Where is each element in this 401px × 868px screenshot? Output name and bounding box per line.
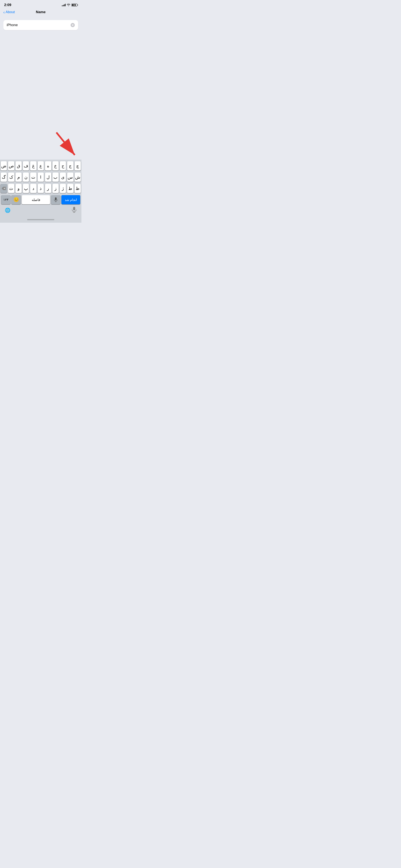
key-thal[interactable]: ذ: [38, 184, 44, 193]
key-hah[interactable]: ح: [60, 161, 66, 170]
nav-bar: ‹ About Name: [0, 8, 82, 17]
clear-button[interactable]: [70, 23, 75, 27]
key-qaf[interactable]: ق: [16, 161, 22, 170]
key-ba[interactable]: ب: [53, 173, 59, 182]
key-ha[interactable]: ه: [45, 161, 51, 170]
numbers-key[interactable]: ۱۲۳: [1, 195, 10, 204]
status-bar: 2:09 82: [0, 0, 82, 8]
svg-line-1: [56, 132, 75, 155]
keyboard-row-1: ض ص ق ف غ ع ه خ ح ج چ: [1, 161, 81, 170]
key-kha[interactable]: خ: [53, 161, 59, 170]
back-button[interactable]: ‹ About: [3, 10, 15, 14]
key-sheen[interactable]: ش: [74, 173, 81, 182]
key-ghain[interactable]: غ: [30, 161, 36, 170]
battery-icon: 82: [71, 4, 77, 6]
key-lam[interactable]: ل: [45, 173, 51, 182]
done-key[interactable]: انجام شد: [61, 195, 80, 204]
emoji-key[interactable]: 😊: [11, 195, 21, 204]
key-teh[interactable]: ت: [30, 173, 36, 182]
keyboard-bottom-row: ۱۲۳ 😊 فاصله انجام شد: [1, 195, 81, 204]
keyboard-row-3: ث و پ د ذ ر ز ژ ط ظ: [1, 184, 81, 193]
key-jeem[interactable]: ج: [67, 161, 73, 170]
mic-key[interactable]: [51, 195, 60, 204]
key-fa[interactable]: ف: [23, 161, 29, 170]
svg-rect-7: [73, 207, 75, 210]
key-peh[interactable]: پ: [23, 184, 29, 193]
red-arrow-icon: [44, 130, 82, 160]
key-ra[interactable]: ر: [45, 184, 51, 193]
key-ain[interactable]: ع: [38, 161, 44, 170]
arrow-overlay: [0, 130, 82, 160]
key-jeh[interactable]: ژ: [60, 184, 66, 193]
key-waw[interactable]: و: [16, 184, 22, 193]
keyboard-row-2: گ ک م ن ت ا ل ب ی س ش: [1, 173, 81, 182]
key-kaf[interactable]: ک: [8, 173, 14, 182]
key-noon[interactable]: ن: [23, 173, 29, 182]
key-cheh[interactable]: چ: [74, 161, 81, 170]
name-field-container: [3, 20, 78, 30]
keyboard-globe-row: 🌐: [1, 206, 81, 216]
chevron-left-icon: ‹: [3, 10, 5, 14]
key-alef[interactable]: ا: [38, 173, 44, 182]
empty-space: [0, 30, 82, 130]
page-title: Name: [36, 10, 45, 14]
key-zah[interactable]: ظ: [74, 184, 81, 193]
svg-rect-4: [55, 197, 57, 200]
content-area: [0, 17, 82, 30]
globe-key[interactable]: 🌐: [5, 208, 10, 213]
key-seen[interactable]: س: [67, 173, 73, 182]
space-key[interactable]: فاصله: [22, 195, 50, 204]
name-input[interactable]: [7, 23, 70, 27]
home-bar: [27, 219, 54, 220]
key-dh[interactable]: ض: [1, 161, 7, 170]
signal-bars-icon: [62, 4, 66, 6]
key-dal[interactable]: د: [30, 184, 36, 193]
back-label: About: [6, 10, 15, 14]
key-gaf[interactable]: گ: [1, 173, 7, 182]
status-time: 2:09: [4, 3, 11, 7]
status-icons: 82: [62, 4, 77, 7]
key-sad[interactable]: ص: [8, 161, 14, 170]
key-zain[interactable]: ز: [53, 184, 59, 193]
key-meem[interactable]: م: [16, 173, 22, 182]
key-ya[interactable]: ی: [60, 173, 66, 182]
dictation-key[interactable]: [72, 207, 76, 214]
key-tah[interactable]: ط: [67, 184, 73, 193]
delete-key[interactable]: [1, 184, 7, 193]
wifi-icon: [67, 4, 70, 7]
home-indicator: [0, 216, 82, 223]
key-theh[interactable]: ث: [8, 184, 14, 193]
keyboard: ض ص ق ف غ ع ه خ ح ج چ گ ک م ن ت ا ل ب ی …: [0, 160, 82, 216]
